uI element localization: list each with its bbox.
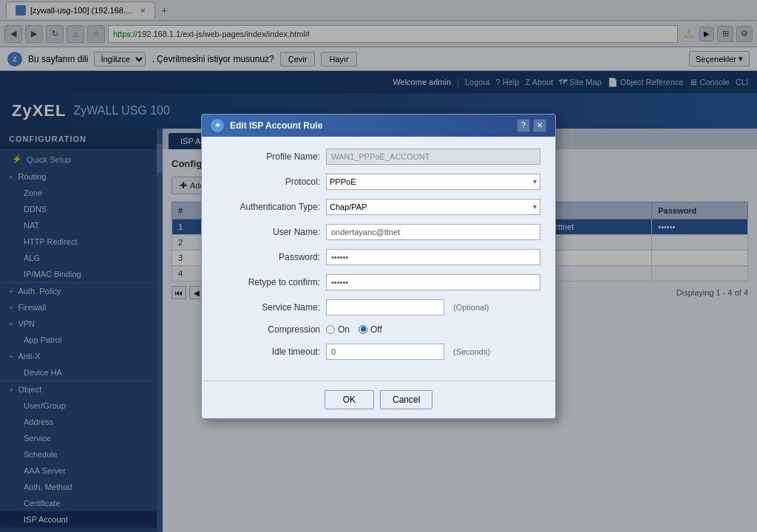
optional-text: (Optional)	[453, 303, 489, 312]
service-name-input[interactable]	[326, 299, 444, 316]
modal-title: Edit ISP Account Rule	[230, 120, 322, 131]
protocol-select[interactable]: PPPoE ▾	[326, 174, 540, 190]
password-row: Password:	[217, 249, 540, 265]
compression-on-label[interactable]: On	[326, 324, 350, 335]
idle-timeout-input[interactable]	[326, 344, 444, 360]
profile-name-input[interactable]	[326, 149, 540, 165]
compression-label: Compression	[217, 324, 320, 335]
protocol-value: PPPoE	[330, 177, 356, 186]
compression-row: Compression On Off	[217, 324, 540, 335]
retype-row: Retype to confirm:	[217, 274, 540, 290]
modal-help-btn[interactable]: ?	[517, 119, 530, 132]
service-name-label: Service Name:	[217, 302, 320, 313]
seconds-label: (Seconds)	[453, 347, 490, 356]
modal-body: Profile Name: Protocol: PPPoE ▾ Authenti…	[202, 137, 555, 381]
profile-name-row: Profile Name:	[217, 149, 540, 165]
retype-input[interactable]	[326, 274, 540, 290]
protocol-row: Protocol: PPPoE ▾	[217, 174, 540, 190]
auth-type-select[interactable]: Chap/PAP ▾	[326, 199, 540, 215]
password-input[interactable]	[326, 249, 540, 265]
chevron-down-icon: ▾	[533, 202, 537, 211]
modal-header-buttons: ? ✕	[517, 119, 546, 132]
modal-header: ✦ Edit ISP Account Rule ? ✕	[202, 115, 555, 137]
password-label: Password:	[217, 252, 320, 262]
auth-type-row: Authentication Type: Chap/PAP ▾	[217, 199, 540, 215]
modal-close-btn[interactable]: ✕	[533, 119, 546, 132]
compression-off-label[interactable]: Off	[359, 324, 382, 335]
modal-footer: OK Cancel	[202, 381, 555, 418]
edit-isp-account-modal: ✦ Edit ISP Account Rule ? ✕ Profile Name…	[201, 114, 556, 419]
auth-type-label: Authentication Type:	[217, 202, 320, 212]
auth-type-value: Chap/PAP	[330, 202, 367, 211]
compression-on-radio[interactable]	[326, 325, 335, 334]
profile-name-label: Profile Name:	[217, 151, 320, 162]
compression-radio-group: On Off	[326, 324, 382, 335]
idle-timeout-label: Idle timeout:	[217, 347, 320, 357]
protocol-label: Protocol:	[217, 177, 320, 187]
cancel-button[interactable]: Cancel	[380, 390, 432, 409]
service-name-row: Service Name: (Optional)	[217, 299, 540, 316]
compression-off-radio[interactable]	[359, 325, 367, 334]
retype-label: Retype to confirm:	[217, 277, 320, 287]
chevron-down-icon: ▾	[533, 177, 537, 185]
modal-overlay: ✦ Edit ISP Account Rule ? ✕ Profile Name…	[0, 0, 757, 532]
modal-icon: ✦	[211, 119, 224, 132]
username-row: User Name:	[217, 224, 540, 240]
ok-button[interactable]: OK	[325, 390, 374, 409]
username-label: User Name:	[217, 227, 320, 237]
username-input[interactable]	[326, 224, 540, 240]
idle-timeout-row: Idle timeout: (Seconds)	[217, 344, 540, 360]
